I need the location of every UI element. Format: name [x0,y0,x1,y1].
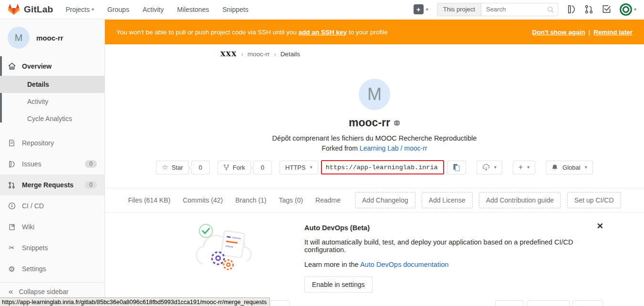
gitlab-logo[interactable]: GitLab [8,3,53,15]
partial-button[interactable] [495,300,524,306]
sidebar-item-overview[interactable]: Overview [0,56,104,76]
chevron-down-icon: ▾ [494,165,497,170]
sidebar-project-name: mooc-rr [36,34,63,42]
partial-button[interactable] [527,300,570,306]
sidebar-item-snippets[interactable]: ✂ Snippets [0,237,104,258]
sidebar-item-merge-requests[interactable]: Merge Requests 0 [0,174,104,195]
main-content: XXX › mooc-rr › Details M mooc-rr Dépôt … [105,44,644,306]
sidebar-item-ci-cd[interactable]: CI / CD [0,195,104,216]
fork-count[interactable]: 0 [253,161,272,174]
auto-devops-callout: Auto DevOps (Beta) It will automatically… [196,218,606,293]
star-button[interactable]: ☆ Star [156,161,188,174]
banner-separator: | [589,29,591,36]
breadcrumb-separator: › [274,51,276,58]
document-icon [8,139,16,147]
todos-icon[interactable] [602,5,611,14]
auto-devops-text: It will automatically build, test, and d… [304,238,606,254]
setup-cicd-button[interactable]: Set up CI/CD [567,192,621,208]
menu-groups[interactable]: Groups [107,6,129,13]
add-contribution-guide-button[interactable]: Add Contribution guide [479,192,561,208]
tab-tags[interactable]: Tags (0) [279,196,303,204]
issues-icon [8,160,16,168]
notification-dropdown[interactable]: Global ▾ [546,161,593,174]
tab-files[interactable]: Files (614 KB) [128,196,170,204]
user-avatar [620,3,632,16]
home-icon [8,62,16,70]
forked-from-line: Forked from Learning Lab / mooc-rr [105,144,644,152]
fork-icon [223,164,229,171]
fork-source-link[interactable]: Learning Lab / mooc-rr [360,144,427,152]
add-changelog-button[interactable]: Add Changelog [355,192,415,208]
new-item-dropdown[interactable]: + ▾ [414,4,428,14]
dont-show-again-link[interactable]: Don't show again [532,29,585,36]
sidebar-item-wiki[interactable]: Wiki [0,216,104,237]
tab-branch[interactable]: Branch (1) [235,196,266,204]
tab-readme[interactable]: Readme [315,196,341,204]
chevron-down-icon: ▾ [92,7,94,12]
close-icon[interactable]: ✕ [597,222,603,230]
breadcrumb-group[interactable]: XXX [220,50,237,58]
clipboard-icon [453,163,460,172]
browser-status-bar: https://app-learninglab.inria.fr/gitlab/… [0,297,270,306]
gauge-icon [8,202,16,210]
chevron-down-icon: ▾ [585,165,587,170]
partial-button[interactable] [572,300,603,306]
tab-commits[interactable]: Commits (42) [183,196,223,204]
add-license-button[interactable]: Add License [422,192,473,208]
search-scope-label: This project [437,3,481,16]
sidebar-item-details[interactable]: Details [0,76,104,93]
sidebar-item-cycle-analytics[interactable]: Cycle Analytics [0,110,104,127]
tanuki-icon [8,3,20,15]
ssh-key-banner: You won't be able to pull or push projec… [105,20,644,44]
sidebar-item-issues[interactable]: Issues 0 [0,153,104,174]
clone-url-input[interactable] [321,160,444,174]
project-description: Dépôt comprenant les fichiers du MOOC Re… [105,134,644,142]
breadcrumb-project[interactable]: mooc-rr [248,51,270,58]
top-navbar: GitLab Projects▾ Groups Activity Milesto… [0,0,644,19]
project-sidebar: M mooc-rr Overview Details Activity Cycl… [0,19,105,306]
menu-projects[interactable]: Projects▾ [65,6,94,13]
auto-devops-learn-more: Learn more in the Auto DevOps documentat… [304,261,606,268]
breadcrumb-current: Details [280,51,300,58]
breadcrumb-separator: › [241,51,243,58]
auto-devops-title: Auto DevOps (Beta) [304,224,606,232]
menu-activity[interactable]: Activity [143,6,164,13]
search-bar: This project [437,3,558,16]
enable-in-settings-button[interactable]: Enable in settings [304,276,373,293]
download-icon [482,164,490,171]
sidebar-project-header[interactable]: M mooc-rr [0,19,104,56]
copy-url-button[interactable] [447,161,466,174]
project-actions-row: ☆ Star 0 Fork 0 [105,160,644,174]
gitlab-logotype: GitLab [24,4,53,15]
star-count[interactable]: 0 [191,161,210,174]
public-globe-icon [394,120,400,126]
download-dropdown[interactable]: ▾ [477,161,502,174]
issues-icon[interactable] [567,5,576,14]
search-input[interactable] [481,3,558,16]
sidebar-item-settings[interactable]: ⚙ Settings [0,258,104,279]
sidebar-item-repository[interactable]: Repository [0,133,104,153]
add-ssh-key-link[interactable]: add an SSH key [299,29,347,36]
user-menu[interactable]: ▾ [620,3,636,16]
menu-snippets[interactable]: Snippets [222,6,248,13]
menu-milestones[interactable]: Milestones [177,6,209,13]
add-new-dropdown[interactable]: + ▾ [513,161,535,174]
fork-button[interactable]: Fork [218,161,251,174]
search-icon [547,6,554,13]
remind-later-link[interactable]: Remind later [593,29,633,36]
issues-count-badge: 0 [85,160,97,168]
merge-request-icon[interactable] [584,5,593,14]
book-icon [8,223,16,231]
sidebar-item-activity[interactable]: Activity [0,93,104,110]
auto-devops-doc-link[interactable]: Auto DevOps documentation [360,261,448,268]
gitlab-project-page: GitLab Projects▾ Groups Activity Milesto… [0,0,644,306]
collapse-icon: « [9,287,13,296]
breadcrumb: XXX › mooc-rr › Details [105,44,644,63]
project-avatar-small: M [8,27,30,49]
protocol-dropdown[interactable]: HTTPS ▾ [280,161,318,174]
main-menu: Projects▾ Groups Activity Milestones Sni… [65,6,248,13]
banner-message: You won't be able to pull or push projec… [116,29,388,36]
plus-icon: + [414,4,424,14]
project-title: mooc-rr [105,116,644,129]
project-stats-tabs: Files (614 KB) Commits (42) Branch (1) T… [105,188,644,212]
